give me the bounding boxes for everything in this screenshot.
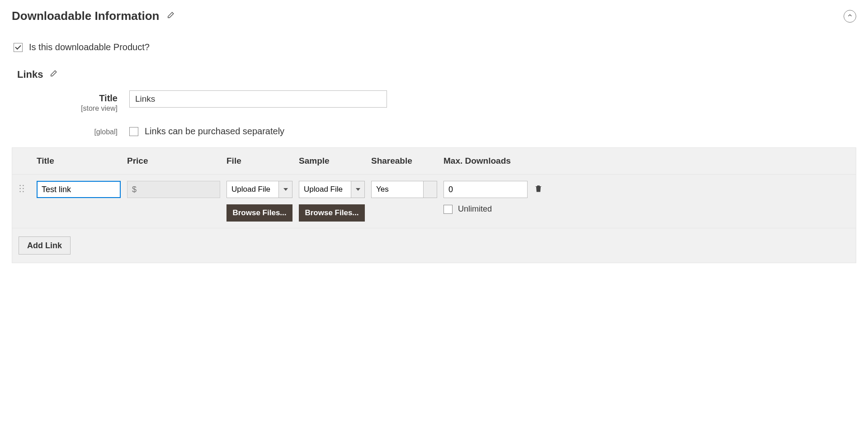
pencil-icon[interactable]	[49, 70, 57, 80]
links-heading: Links	[17, 69, 43, 80]
shareable-select[interactable]: Yes	[371, 181, 424, 198]
trash-icon	[534, 187, 543, 195]
drag-handle-icon[interactable]	[19, 181, 37, 194]
links-table: Title Price File Sample Shareable Max. D…	[12, 147, 856, 263]
svg-point-0	[19, 185, 21, 186]
col-file: File	[226, 156, 299, 166]
row-title-input[interactable]	[37, 181, 121, 198]
sample-browse-button[interactable]: Browse Files...	[299, 204, 365, 222]
sample-upload-caret[interactable]	[351, 181, 365, 198]
links-separate-checkbox[interactable]	[129, 127, 138, 136]
collapse-button[interactable]	[844, 10, 856, 23]
chevron-up-icon	[847, 12, 853, 20]
links-separate-label: Links can be purchased separately	[145, 126, 284, 137]
col-max-downloads: Max. Downloads	[443, 156, 534, 166]
links-title-scope: [store view]	[12, 104, 118, 113]
col-title: Title	[37, 156, 127, 166]
unlimited-label: Unlimited	[458, 204, 492, 214]
max-downloads-input[interactable]	[443, 181, 528, 198]
svg-point-4	[19, 191, 21, 192]
file-upload-caret[interactable]	[279, 181, 292, 198]
is-downloadable-checkbox[interactable]	[14, 43, 23, 52]
svg-point-1	[23, 185, 24, 186]
sample-upload-button[interactable]: Upload File	[299, 181, 351, 198]
svg-marker-7	[356, 188, 360, 191]
add-link-button[interactable]: Add Link	[19, 236, 71, 255]
links-title-input[interactable]	[129, 90, 387, 108]
svg-point-3	[23, 188, 24, 189]
caret-down-icon	[283, 186, 288, 193]
table-row: Upload File Browse Files... Upload File …	[12, 175, 856, 228]
links-title-label: Title	[12, 93, 118, 104]
svg-marker-6	[283, 188, 288, 191]
row-price-input[interactable]	[127, 181, 220, 198]
caret-down-icon	[356, 186, 360, 193]
delete-row-button[interactable]	[534, 181, 552, 195]
svg-point-2	[19, 188, 21, 189]
col-shareable: Shareable	[371, 156, 443, 166]
col-price: Price	[127, 156, 226, 166]
shareable-caret[interactable]	[424, 181, 437, 198]
file-upload-button[interactable]: Upload File	[226, 181, 279, 198]
unlimited-checkbox[interactable]	[443, 205, 453, 214]
col-sample: Sample	[299, 156, 371, 166]
is-downloadable-label: Is this downloadable Product?	[29, 42, 150, 52]
file-browse-button[interactable]: Browse Files...	[226, 204, 292, 222]
links-separate-scope: [global]	[12, 128, 118, 136]
section-title: Downloadable Information	[12, 9, 159, 23]
svg-point-5	[23, 191, 24, 192]
pencil-icon[interactable]	[166, 11, 175, 21]
